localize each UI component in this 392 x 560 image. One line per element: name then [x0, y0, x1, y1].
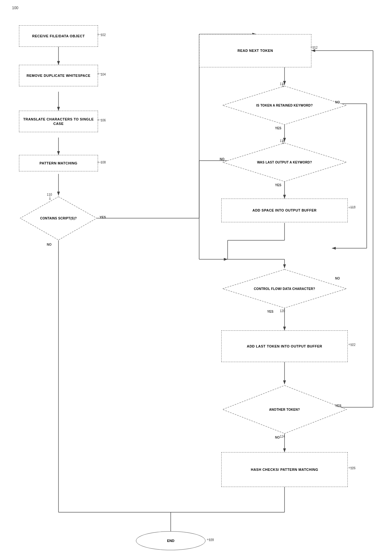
node-is-retained: IS TOKEN A RETAINED KEYWORD? — [221, 85, 348, 126]
label-no-120: NO — [335, 277, 340, 280]
node-pattern: PATTERN MATCHING — [19, 155, 98, 171]
node-another: ANOTHER TOKEN? — [221, 384, 348, 435]
label-yes-110: YES — [100, 216, 106, 219]
label-yes-116: YES — [275, 183, 281, 187]
label-no-124: NO — [275, 436, 280, 439]
page-number: 100 — [12, 6, 18, 10]
label-no-116: NO — [220, 157, 224, 161]
label-124: 124 — [280, 435, 285, 438]
node-read-next: READ NEXT TOKEN — [199, 34, 311, 67]
node-contains: CONTAINS SCRIPT(S)? — [19, 195, 98, 241]
node-remove-dup: REMOVE DUPLICATE WHITESPACE — [19, 65, 98, 86]
node-end: END — [136, 531, 205, 550]
label-120: 120 — [280, 309, 285, 313]
label-no-110: NO — [47, 243, 52, 246]
node-translate: TRANSLATE CHARACTERS TO SINGLE CASE — [19, 111, 98, 132]
node-hash: HASH CHECKS/ PATTERN MATCHING — [221, 452, 348, 487]
label-yes-124: YES — [335, 404, 341, 408]
node-control-flow: CONTROL FLOW/ DATA CHARACTER? — [221, 268, 348, 309]
label-yes-120: YES — [267, 310, 273, 313]
node-add-space: ADD SPACE INTO OUTPUT BUFFER — [221, 199, 348, 222]
node-was-last: WAS LAST OUTPUT A KEYWORD? — [221, 142, 348, 183]
label-no-114: NO — [335, 101, 340, 104]
label-yes-114: YES — [275, 126, 281, 130]
node-receive: RECEIVE FILE/DATA OBJECT — [19, 25, 98, 47]
node-add-last: ADD LAST TOKEN INTO OUTPUT BUFFER — [221, 330, 348, 362]
